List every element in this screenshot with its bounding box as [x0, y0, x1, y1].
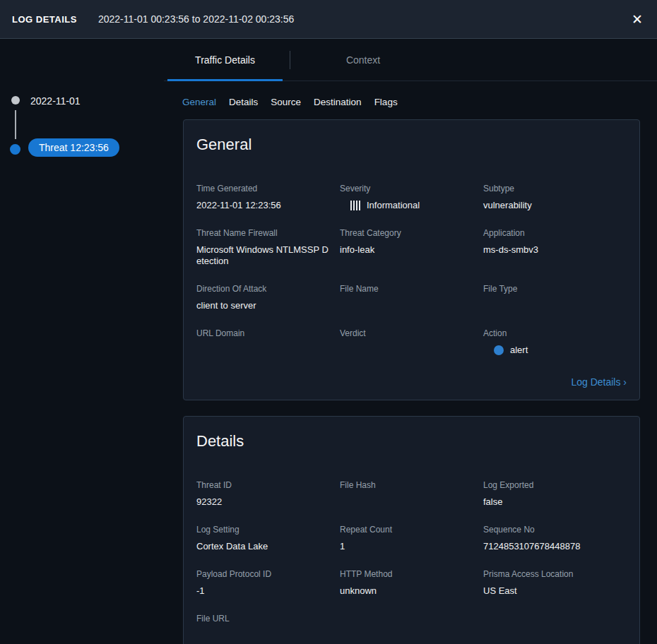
field-direction-of-attack: Direction Of Attack client to server [196, 284, 340, 311]
field-label: Subtype [483, 184, 617, 193]
field-file-name: File Name [340, 284, 483, 311]
field-value: 92322 [196, 496, 330, 508]
field-label: Verdict [340, 328, 473, 338]
section-nav: General Details Source Destination Flags [164, 81, 657, 107]
field-value: unknown [340, 585, 473, 597]
field-value: Cortex Data Lake [196, 541, 330, 552]
field-label: File Hash [340, 480, 473, 490]
section-link-source[interactable]: Source [271, 97, 301, 107]
field-log-exported: Log Exported false [483, 480, 627, 508]
field-label: File Type [483, 284, 617, 294]
field-threat-category: Threat Category info-leak [340, 228, 483, 267]
field-value: Informational [340, 200, 473, 211]
field-label: File Name [340, 284, 473, 294]
field-file-url: File URL [196, 614, 340, 640]
field-value: vulnerability [483, 200, 617, 211]
log-details-content: Traffic Details Context General Details … [164, 39, 657, 644]
field-label: HTTP Method [340, 569, 473, 579]
tab-context[interactable]: Context [297, 39, 429, 80]
tab-bar: Traffic Details Context [164, 39, 657, 81]
action-value: alert [510, 345, 528, 356]
field-label: Action [483, 328, 617, 338]
field-label: Sequence No [483, 525, 617, 535]
severity-value: Informational [367, 200, 420, 211]
details-card-title: Details [196, 432, 627, 451]
field-label: Log Exported [483, 480, 617, 490]
field-value: 7124853107678448878 [483, 541, 617, 552]
field-severity: Severity Informational [340, 184, 483, 211]
field-label: Threat Category [340, 228, 473, 238]
field-payload-protocol-id: Payload Protocol ID -1 [196, 569, 340, 597]
field-value: Microsoft Windows NTLMSSP Detection [196, 244, 330, 267]
general-card-title: General [196, 136, 627, 154]
field-action: Action alert [483, 328, 627, 356]
field-file-hash: File Hash [340, 480, 483, 508]
field-time-generated: Time Generated 2022-11-01 12:23:56 [196, 184, 340, 211]
field-log-setting: Log Setting Cortex Data Lake [196, 525, 340, 552]
timeline-date-dot-icon [11, 96, 20, 105]
action-dot-icon [494, 345, 504, 355]
section-link-general[interactable]: General [182, 97, 216, 107]
log-details-link[interactable]: Log Details › [571, 376, 627, 388]
dialog-body: 2022-11-01 Threat 12:23:56 Traffic Detai… [0, 39, 657, 644]
tab-traffic-details[interactable]: Traffic Details [167, 39, 283, 80]
field-value: 2022-11-01 12:23:56 [196, 200, 330, 211]
general-card-footer: Log Details › [196, 376, 627, 388]
field-label: URL Domain [196, 328, 330, 338]
dialog-title: LOG DETAILS [12, 14, 77, 25]
field-label: Application [483, 228, 617, 238]
tab-divider [290, 51, 290, 69]
event-timeline: 2022-11-01 Threat 12:23:56 [0, 39, 164, 644]
field-value: ms-ds-smbv3 [483, 244, 617, 256]
dialog-header: LOG DETAILS 2022-11-01 00:23:56 to 2022-… [0, 0, 657, 39]
field-url-domain: URL Domain [196, 328, 340, 356]
general-card: General Time Generated 2022-11-01 12:23:… [183, 119, 640, 400]
field-value: client to server [196, 300, 330, 311]
field-value: 1 [340, 541, 473, 552]
field-file-type: File Type [483, 284, 627, 311]
timeline-event-threat[interactable]: Threat 12:23:56 [28, 138, 119, 157]
field-subtype: Subtype vulnerability [483, 184, 627, 211]
field-threat-name-firewall: Threat Name Firewall Microsoft Windows N… [196, 228, 340, 267]
close-icon[interactable]: ✕ [630, 10, 644, 29]
details-field-grid: Threat ID 92322 File Hash Log Exported f… [196, 480, 627, 640]
section-link-details[interactable]: Details [229, 97, 258, 107]
field-threat-id: Threat ID 92322 [196, 480, 340, 508]
field-label: Time Generated [196, 184, 330, 193]
field-label: Direction Of Attack [196, 284, 330, 294]
timeline-date-label: 2022-11-01 [30, 95, 81, 107]
log-date-range: 2022-11-01 00:23:56 to 2022-11-02 00:23:… [98, 13, 294, 25]
section-link-destination[interactable]: Destination [314, 97, 362, 107]
field-label: File URL [196, 614, 330, 624]
field-http-method: HTTP Method unknown [340, 569, 483, 597]
field-application: Application ms-ds-smbv3 [483, 228, 627, 267]
severity-bars-icon [350, 201, 360, 210]
field-label: Prisma Access Location [483, 569, 617, 579]
field-repeat-count: Repeat Count 1 [340, 525, 483, 552]
field-value: alert [483, 345, 617, 356]
general-field-grid: Time Generated 2022-11-01 12:23:56 Sever… [196, 184, 627, 356]
field-label: Log Setting [196, 525, 330, 535]
field-label: Threat Name Firewall [196, 228, 330, 238]
field-sequence-no: Sequence No 7124853107678448878 [483, 525, 627, 552]
details-card: Details Threat ID 92322 File Hash Log Ex… [183, 416, 640, 644]
field-label: Severity [340, 184, 473, 193]
section-link-flags[interactable]: Flags [374, 97, 398, 107]
field-label: Threat ID [196, 480, 330, 490]
field-value: -1 [196, 585, 330, 597]
timeline-connector-line [15, 110, 16, 139]
field-prisma-access-location: Prisma Access Location US East [483, 569, 627, 597]
field-value: info-leak [340, 244, 473, 256]
field-label: Repeat Count [340, 525, 473, 535]
field-verdict: Verdict [340, 328, 483, 356]
timeline-event-dot-icon [10, 144, 20, 155]
field-value: false [483, 496, 617, 508]
field-label: Payload Protocol ID [196, 569, 330, 579]
field-value: US East [483, 585, 617, 597]
